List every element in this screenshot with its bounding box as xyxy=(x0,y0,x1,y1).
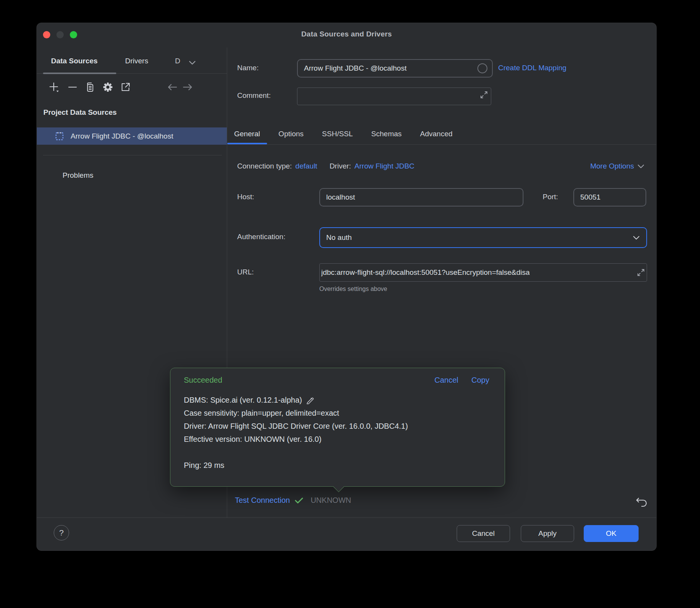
revert-undo-icon[interactable] xyxy=(634,494,649,510)
host-label: Host: xyxy=(237,193,254,201)
popup-line-version: Effective version: UNKNOWN (ver. 16.0) xyxy=(184,433,493,446)
name-input[interactable]: Arrow Flight JDBC - @localhost xyxy=(297,59,493,78)
url-hint: Overrides settings above xyxy=(319,286,387,292)
select-chevron-down-icon xyxy=(632,235,640,240)
driver-label: Driver: xyxy=(330,162,351,170)
popup-line-dbms: DBMS: Spice.ai (ver. 0.12.1-alpha) xyxy=(184,393,302,406)
comment-label: Comment: xyxy=(237,91,271,100)
test-connection-row: Test Connection UNKNOWN xyxy=(235,496,351,505)
host-input[interactable]: localhost xyxy=(319,188,523,207)
settings-gear-icon[interactable] xyxy=(101,81,114,94)
more-options-link[interactable]: More Options xyxy=(590,162,645,170)
back-arrow-icon[interactable] xyxy=(166,81,179,94)
test-connection-popup: Succeeded Cancel Copy DBMS: Spice.ai (ve… xyxy=(170,368,505,487)
popup-line-case: Case sensitivity: plain=upper, delimited… xyxy=(184,406,493,420)
data-source-label: Arrow Flight JDBC - @localhost xyxy=(71,132,173,140)
connection-type-label: Connection type: xyxy=(237,162,292,170)
comment-input[interactable] xyxy=(297,88,491,105)
data-sources-dialog: Data Sources and Drivers Data Sources Dr… xyxy=(37,23,656,550)
connection-type-value-link[interactable]: default xyxy=(296,162,317,170)
tab-schemas[interactable]: Schemas xyxy=(362,124,411,144)
ok-button[interactable]: OK xyxy=(584,525,639,542)
authentication-select[interactable]: No auth xyxy=(319,227,647,248)
popup-caret xyxy=(333,481,345,492)
authentication-label: Authentication: xyxy=(237,233,286,241)
driver-value-link[interactable]: Arrow Flight JDBC xyxy=(355,162,414,170)
success-check-icon xyxy=(294,497,304,504)
tabs-divider xyxy=(227,144,656,145)
more-options-chevron-icon xyxy=(637,164,645,169)
create-ddl-mapping-link[interactable]: Create DDL Mapping xyxy=(498,64,566,72)
popup-line-driver: Driver: Arrow Flight SQL JDBC Driver Cor… xyxy=(184,420,493,433)
tabs-chevron-down-icon[interactable] xyxy=(188,60,196,65)
sidebar-item-problems[interactable]: Problems xyxy=(63,171,93,180)
sidebar-tabs: Data Sources Drivers D xyxy=(37,48,227,74)
port-value: 50051 xyxy=(580,193,601,202)
popup-details: DBMS: Spice.ai (ver. 0.12.1-alpha) Case … xyxy=(184,393,493,472)
url-label: URL: xyxy=(237,268,254,276)
test-status: UNKNOWN xyxy=(310,496,351,505)
project-data-sources-header: Project Data Sources xyxy=(43,108,117,117)
url-expand-icon[interactable] xyxy=(636,268,646,278)
popup-status: Succeeded xyxy=(184,376,222,385)
apply-button[interactable]: Apply xyxy=(521,525,574,542)
comment-expand-icon[interactable] xyxy=(479,90,489,99)
tab-data-sources[interactable]: Data Sources xyxy=(51,57,97,65)
more-options-label: More Options xyxy=(590,162,634,170)
port-label: Port: xyxy=(543,193,558,201)
forward-arrow-icon[interactable] xyxy=(181,81,194,94)
url-input[interactable]: jdbc:arrow-flight-sql://localhost:50051?… xyxy=(319,263,647,282)
url-value: jdbc:arrow-flight-sql://localhost:50051?… xyxy=(321,268,530,277)
name-indicator-circle xyxy=(477,63,487,73)
duplicate-icon[interactable] xyxy=(84,81,97,94)
remove-icon[interactable] xyxy=(66,81,79,94)
connection-type-row: Connection type: default Driver: Arrow F… xyxy=(237,162,414,170)
port-input[interactable]: 50051 xyxy=(573,188,646,207)
tab-general[interactable]: General xyxy=(225,124,269,144)
name-value: Arrow Flight JDBC - @localhost xyxy=(304,64,406,73)
data-source-icon xyxy=(55,132,64,140)
tab-options[interactable]: Options xyxy=(269,124,313,144)
titlebar: Data Sources and Drivers xyxy=(37,23,656,48)
footer-divider xyxy=(37,517,656,518)
name-label: Name: xyxy=(237,64,259,72)
window-title: Data Sources and Drivers xyxy=(37,30,656,38)
cancel-button[interactable]: Cancel xyxy=(457,525,510,542)
tab-overflow[interactable]: D xyxy=(175,57,180,65)
open-in-window-icon[interactable] xyxy=(119,81,132,94)
popup-copy-link[interactable]: Copy xyxy=(471,376,489,385)
tab-advanced[interactable]: Advanced xyxy=(411,124,462,144)
test-connection-link[interactable]: Test Connection xyxy=(235,496,290,505)
authentication-value: No auth xyxy=(326,233,352,242)
popup-line-ping: Ping: 29 ms xyxy=(184,459,493,472)
sidebar-separator xyxy=(43,155,222,155)
help-button[interactable]: ? xyxy=(54,525,69,540)
sidebar-toolbar xyxy=(37,81,227,96)
active-tab-underline xyxy=(43,73,116,74)
edit-pencil-icon[interactable] xyxy=(306,396,314,404)
popup-cancel-link[interactable]: Cancel xyxy=(434,376,458,385)
host-value: localhost xyxy=(326,193,355,202)
tab-drivers[interactable]: Drivers xyxy=(125,57,148,65)
settings-tabs: General Options SSH/SSL Schemas Advanced xyxy=(225,124,462,144)
tab-ssh-ssl[interactable]: SSH/SSL xyxy=(313,124,362,144)
data-source-list-item[interactable]: Arrow Flight JDBC - @localhost xyxy=(37,127,227,145)
add-icon[interactable] xyxy=(48,81,61,94)
